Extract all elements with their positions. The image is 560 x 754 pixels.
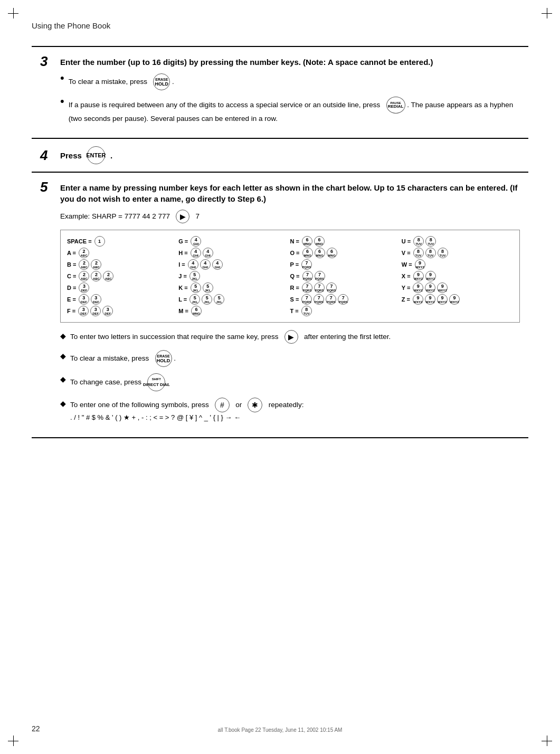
key-row-label: F = <box>67 308 75 314</box>
key-row-label: A = <box>67 250 76 256</box>
key-chart-col2: G =4GHIH =4GHI4GHII =4GHI4GHI4GHIJ =5JKL… <box>178 235 290 317</box>
key-chart-row: D =3DEF <box>67 282 178 294</box>
direct-dial-button: SHIFT DIRECT DIAL <box>147 373 165 391</box>
key-chart: SPACE =1A =2ABCB =2ABC2ABCC =2ABC2ABC2AB… <box>60 230 520 323</box>
key-row-label: I = <box>178 261 185 268</box>
step3-bullet2-text: If a pause is required between any of th… <box>69 97 520 124</box>
step3-bullet2: • If a pause is required between any of … <box>60 97 520 124</box>
key-button: 7PQRS <box>338 294 348 305</box>
page-title: Using the Phone Book <box>32 21 528 30</box>
key-button: 4GHI <box>191 236 201 247</box>
key-button: 6MNO <box>302 248 313 258</box>
key-chart-row: R =7PQRS7PQRS7PQRS <box>290 282 402 294</box>
key-chart-row: J =5JKL <box>178 270 290 282</box>
diamond-dot-2: ◆ <box>60 351 66 362</box>
key-row-label: U = <box>402 238 411 244</box>
key-button: 7PQRS <box>314 294 324 305</box>
step5-diamond2: ◆ To clear a mistake, press ERASE HOLD . <box>60 350 520 367</box>
step5-block: 5 Enter a name by pressing number keys f… <box>32 173 528 438</box>
key-chart-col3: N =6MNO6MNOO =6MNO6MNO6MNOP =7PQRSQ =7PQ… <box>290 235 402 317</box>
key-row-label: X = <box>402 273 411 279</box>
step4-block: 4 Press ENTER . <box>32 139 528 173</box>
key-chart-row: K =5JKL5JKL <box>178 282 290 294</box>
key-row-label: E = <box>67 296 76 303</box>
key-button: 7PQRS <box>302 282 312 293</box>
bullet-dot-1: • <box>60 72 64 84</box>
key-button: 9WXYZ <box>415 259 425 270</box>
star-button: ✱ <box>248 398 262 412</box>
key-chart-col1: SPACE =1A =2ABCB =2ABC2ABCC =2ABC2ABC2AB… <box>67 235 178 317</box>
key-button: 5JKL <box>202 294 212 305</box>
key-button: 6MNO <box>302 236 312 247</box>
key-row-label: R = <box>290 285 299 291</box>
key-row-label: Y = <box>402 285 411 291</box>
key-button: 6MNO <box>327 248 337 258</box>
key-chart-row: A =2ABC <box>67 247 178 259</box>
key-button: 7PQRS <box>326 282 337 293</box>
key-row-label: Q = <box>290 273 300 279</box>
step5-diamond4: ◆ To enter one of the following symbols,… <box>60 398 520 423</box>
key-button: 6MNO <box>191 306 202 316</box>
key-button: 3DEF <box>90 306 101 316</box>
step5-body: Example: SHARP = 7777 44 2 777 ▶ 7 SPACE… <box>60 210 520 423</box>
crosshair-bl <box>8 736 18 746</box>
key-button: 2ABC <box>103 271 113 281</box>
key-button: 4GHI <box>191 248 201 258</box>
key-button: 1 <box>94 236 105 247</box>
key-button: 8TUV <box>413 248 424 258</box>
diamond-dot-4: ◆ <box>60 398 66 409</box>
step4-suffix: . <box>110 151 112 160</box>
bullet-dot-2: • <box>60 96 64 107</box>
key-row-label: T = <box>290 308 299 314</box>
key-button: 7PQRS <box>315 271 325 281</box>
nav-forward-button: ▶ <box>176 210 189 223</box>
key-chart-row: Z =9WXYZ9WXYZ9WXYZ9WXYZ <box>402 294 513 305</box>
key-chart-row: G =4GHI <box>178 235 290 247</box>
key-button: 4GHI <box>203 248 213 258</box>
pause-redial-button: PAUSE REDIAL <box>386 97 405 114</box>
key-chart-row: B =2ABC2ABC <box>67 259 178 270</box>
key-row-label: N = <box>290 238 299 244</box>
key-button: 8TUV <box>301 306 312 316</box>
key-button: 2ABC <box>79 271 89 281</box>
step3-header: 3 Enter the number (up to 16 digits) by … <box>40 54 520 68</box>
step5-title: Enter a name by pressing number keys for… <box>60 180 520 204</box>
key-button: 8TUV <box>413 236 424 247</box>
key-button: 4GHI <box>200 259 211 270</box>
key-button: 3DEF <box>91 294 101 305</box>
step4-content: 4 Press ENTER . <box>40 146 520 164</box>
hold-button-2: ERASE HOLD <box>155 350 172 367</box>
key-button: 5JKL <box>191 282 201 293</box>
key-row-label: C = <box>67 273 76 279</box>
key-row-label: V = <box>402 250 411 256</box>
key-row-label: H = <box>178 250 187 256</box>
key-chart-row <box>402 305 513 306</box>
key-chart-row: Q =7PQRS7PQRS <box>290 270 402 282</box>
key-button: 8TUV <box>425 248 436 258</box>
key-chart-row: V =8TUV8TUV8TUV <box>402 247 513 259</box>
key-button: 9WXYZ <box>425 271 436 281</box>
key-chart-row: N =6MNO6MNO <box>290 235 402 247</box>
step4-prefix: Press <box>60 151 82 160</box>
step3-bullet1-text: To clear a mistake, press ERASE HOLD . <box>69 73 174 90</box>
key-chart-row: Y =9WXYZ9WXYZ9WXYZ <box>402 282 513 294</box>
step5-diamond1: ◆ To enter two letters in succession tha… <box>60 330 520 344</box>
key-row-label: W = <box>402 261 412 268</box>
step5-diamond3: ◆ To change case, press SHIFT DIRECT DIA… <box>60 373 520 391</box>
page-number: 22 <box>32 724 40 733</box>
key-row-label: J = <box>178 273 187 279</box>
crosshair-tr <box>542 8 552 18</box>
key-button: 4GHI <box>188 259 198 270</box>
key-chart-row: L =5JKL5JKL5JKL <box>178 294 290 305</box>
key-chart-row: F =3DEF3DEF3DEF <box>67 305 178 317</box>
key-chart-row: P =7PQRS <box>290 259 402 270</box>
step4-number: 4 <box>40 148 55 162</box>
step5-diamond2-text: To clear a mistake, press ERASE HOLD . <box>70 350 176 367</box>
key-chart-row: U =8TUV8TUV <box>402 235 513 247</box>
key-button: 9WXYZ <box>449 294 460 305</box>
example-line: Example: SHARP = 7777 44 2 777 ▶ 7 <box>60 210 520 223</box>
key-row-label: L = <box>178 296 187 303</box>
key-button: 7PQRS <box>301 294 312 305</box>
key-button: 5JKL <box>189 271 200 281</box>
key-button: 3DEF <box>78 306 89 316</box>
